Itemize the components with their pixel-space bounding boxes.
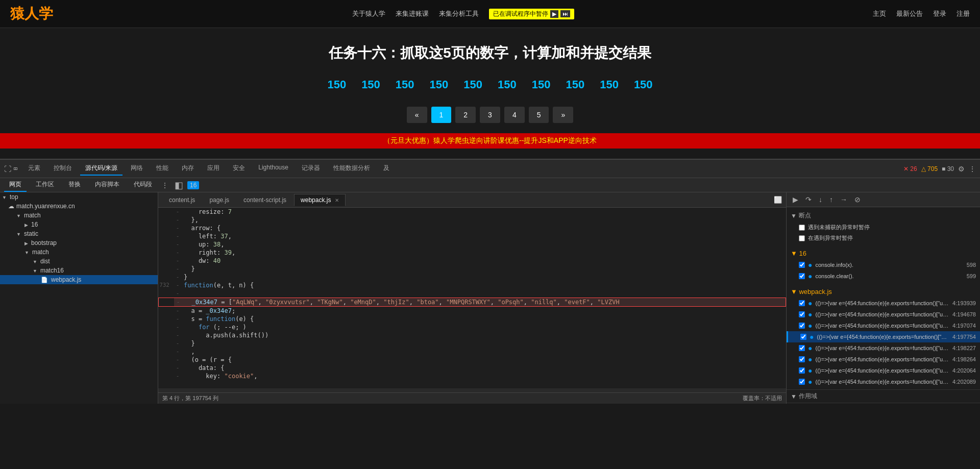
bp-item-1-checkbox[interactable] bbox=[799, 311, 805, 317]
tab-performance[interactable]: 性能 bbox=[151, 162, 174, 176]
bp-uncaught-label: 遇到未捕获的异常时暂停 bbox=[808, 224, 976, 231]
tab-overrides[interactable]: 替换 bbox=[63, 178, 86, 192]
debug-play-button[interactable]: ▶ bbox=[791, 194, 800, 205]
close-panel-icon[interactable]: ◧ bbox=[175, 180, 183, 191]
code-tab-contentscript[interactable]: content-script.js bbox=[237, 194, 293, 206]
tree-item-top[interactable]: top bbox=[0, 192, 158, 202]
tab-extra[interactable]: 及 bbox=[378, 162, 395, 176]
code-line: - } bbox=[158, 339, 786, 348]
tab-perf-insights[interactable]: 性能数据分析 bbox=[328, 162, 375, 176]
more-icon[interactable]: ⋮ bbox=[969, 165, 976, 173]
tab-memory[interactable]: 内存 bbox=[177, 162, 199, 176]
tree-item-match[interactable]: match bbox=[0, 211, 158, 220]
tree-item-dist[interactable]: dist bbox=[0, 257, 158, 266]
code-line: - arrow: { bbox=[158, 224, 786, 232]
nav-announce[interactable]: 最新公告 bbox=[896, 9, 923, 18]
scope-header[interactable]: ▼ 作用域 bbox=[787, 390, 980, 403]
settings-icon[interactable]: ⚙ bbox=[958, 165, 965, 173]
debug-step-into-button[interactable]: ↓ bbox=[817, 194, 824, 205]
code-line: - data: { bbox=[158, 364, 786, 372]
debug-step-button[interactable]: ⏭ bbox=[560, 10, 570, 17]
code-tab-webpack[interactable]: webpack.js ✕ bbox=[294, 194, 346, 206]
line-number bbox=[158, 289, 174, 298]
page-next[interactable]: » bbox=[553, 107, 573, 123]
tree-item-match2[interactable]: match bbox=[0, 248, 158, 257]
bp-item-5-checkbox[interactable] bbox=[799, 356, 805, 362]
debug-step-over-button[interactable]: ↷ bbox=[803, 194, 814, 205]
breakpoints-header[interactable]: ▼ 断点 bbox=[787, 209, 980, 222]
bp-item-3-checkbox[interactable] bbox=[800, 334, 806, 340]
page-prev[interactable]: « bbox=[407, 107, 427, 123]
tree-item-webpackjs[interactable]: 📄 webpack.js bbox=[0, 275, 158, 284]
line-number bbox=[158, 339, 174, 348]
page-1[interactable]: 1 bbox=[431, 107, 452, 123]
nav-link-tools[interactable]: 来集分析工具 bbox=[439, 9, 479, 18]
tree-item-match16[interactable]: match16 bbox=[0, 266, 158, 275]
tab-elements[interactable]: 元素 bbox=[23, 162, 45, 176]
more-tabs-icon[interactable]: ⋮ bbox=[161, 181, 168, 189]
bp-bullet-clear: ● bbox=[808, 272, 812, 280]
local-scope-header[interactable]: ▼ 本地 bbox=[787, 403, 980, 404]
folder-open-icon-match bbox=[16, 212, 22, 219]
nav-link-about[interactable]: 关于猿人学 bbox=[352, 9, 385, 18]
tab-security[interactable]: 安全 bbox=[228, 162, 250, 176]
tab-lighthouse[interactable]: Lighthouse bbox=[253, 162, 293, 176]
page-5[interactable]: 5 bbox=[529, 107, 549, 123]
tab-sources[interactable]: 源代码/来源 bbox=[80, 162, 122, 176]
logo: 猿人学 bbox=[10, 4, 53, 23]
tab-page[interactable]: 网页 bbox=[4, 178, 27, 192]
bp-item-0: ● (()=>{var e={454:function(e){e.exports… bbox=[787, 298, 980, 309]
tab-content-scripts[interactable]: 内容脚本 bbox=[90, 178, 125, 192]
tree-item-bootstrap[interactable]: bootstrap bbox=[0, 238, 158, 248]
page-2[interactable]: 2 bbox=[455, 107, 476, 123]
tab-recorder[interactable]: 记录器 bbox=[297, 162, 325, 176]
bp-console-clear-checkbox[interactable] bbox=[799, 273, 805, 279]
page-4[interactable]: 4 bbox=[504, 107, 525, 123]
bp-item-2-checkbox[interactable] bbox=[799, 323, 805, 329]
nav-home[interactable]: 主页 bbox=[873, 9, 886, 18]
line-number bbox=[158, 331, 174, 339]
code-statusbar: 第 4 行，第 197754 列 覆盖率：不适用 bbox=[158, 392, 786, 404]
debug-resume-button[interactable]: ▶ bbox=[550, 10, 558, 18]
line-number bbox=[158, 315, 174, 323]
nav-register[interactable]: 注册 bbox=[957, 9, 970, 18]
nav-login[interactable]: 登录 bbox=[933, 9, 946, 18]
code-horizontal-scrollbar[interactable] bbox=[158, 388, 786, 392]
bp-item-4-checkbox[interactable] bbox=[799, 345, 805, 351]
bp-item-4-text: (()=>{var e={454:function(e){e.exports=f… bbox=[815, 345, 949, 351]
line-number bbox=[158, 224, 174, 232]
bp-item-7-checkbox[interactable] bbox=[799, 379, 805, 385]
bp-section-16-header[interactable]: ▼ 16 bbox=[787, 248, 980, 259]
line-number bbox=[158, 265, 174, 273]
tab-console[interactable]: 控制台 bbox=[48, 162, 77, 176]
line-number bbox=[158, 307, 174, 315]
tree-label-match2: match bbox=[32, 249, 49, 256]
tab-application[interactable]: 应用 bbox=[202, 162, 225, 176]
code-tab-pagejs[interactable]: page.js bbox=[203, 194, 236, 206]
debug-step-out-button[interactable]: ↑ bbox=[827, 194, 835, 205]
tab-snippets[interactable]: 代码段 bbox=[129, 178, 157, 192]
bp-item-6: ● (()=>{var e={454:function(e){e.exports… bbox=[787, 365, 980, 376]
tab-network[interactable]: 网络 bbox=[126, 162, 148, 176]
debug-deactivate-button[interactable]: ⊘ bbox=[852, 194, 863, 205]
tab-workspace[interactable]: 工作区 bbox=[31, 178, 59, 192]
debug-step-button2[interactable]: → bbox=[838, 194, 849, 205]
bp-uncaught-checkbox[interactable] bbox=[799, 225, 805, 231]
tree-item-domain[interactable]: ☁ match.yuanrenxue.cn bbox=[0, 202, 158, 211]
page-3[interactable]: 3 bbox=[480, 107, 500, 123]
code-content[interactable]: - resize: 7 - }, - arrow: { - l bbox=[158, 208, 786, 388]
bp-item-6-checkbox[interactable] bbox=[799, 367, 805, 374]
code-tab-contentjs[interactable]: content.js bbox=[162, 194, 202, 206]
tree-item-static[interactable]: static bbox=[0, 229, 158, 238]
bp-section-webpack-header[interactable]: ▼ webpack.js bbox=[787, 286, 980, 298]
code-line: - for (; --e; ) bbox=[158, 323, 786, 331]
nav-link-course[interactable]: 来集进账课 bbox=[396, 9, 429, 18]
bp-item-0-checkbox[interactable] bbox=[799, 300, 805, 306]
code-tab-close-icon[interactable]: ✕ bbox=[335, 198, 339, 203]
expand-editor-icon[interactable]: ⬜ bbox=[774, 196, 782, 204]
code-line: 732 - function(e, t, n) { bbox=[158, 281, 786, 289]
bp-console-info-checkbox[interactable] bbox=[799, 262, 805, 268]
tree-item-16[interactable]: 16 bbox=[0, 220, 158, 229]
bp-caught-checkbox[interactable] bbox=[799, 235, 805, 241]
bp-item-7-line: 4:202089 bbox=[952, 379, 976, 385]
